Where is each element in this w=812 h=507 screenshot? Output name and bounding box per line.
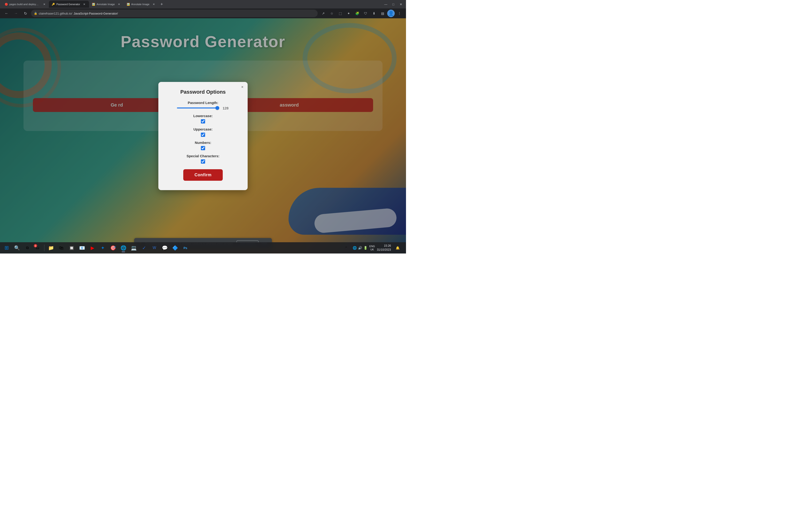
numbers-checkbox[interactable] xyxy=(201,146,205,150)
password-options-modal: × Password Options Password Length: 128 … xyxy=(158,82,248,190)
widgets-button[interactable]: 🗂 1 xyxy=(33,243,42,252)
taskbar-office[interactable]: 🔲 xyxy=(67,243,77,252)
window-controls: — □ ✕ xyxy=(383,1,404,7)
taskview-button[interactable]: ⧉ xyxy=(22,243,32,252)
language-indicator[interactable]: ENG UK xyxy=(369,244,375,251)
minimize-button[interactable]: — xyxy=(383,1,389,7)
lowercase-checkbox-wrapper xyxy=(170,119,236,123)
network-icon[interactable]: 🌐 xyxy=(353,246,357,250)
close-button[interactable]: ✕ xyxy=(398,1,404,7)
tab-password-generator[interactable]: 🔑 Password Generator ✕ xyxy=(49,1,89,8)
modal-title: Password Options xyxy=(170,89,236,95)
region-text: UK xyxy=(369,248,375,251)
tab4-close[interactable]: ✕ xyxy=(152,2,156,6)
download-icon[interactable]: ⬇ xyxy=(370,10,378,17)
profile-icon[interactable]: 👤 xyxy=(387,10,395,17)
taskbar-chrome[interactable]: 🌐 xyxy=(119,243,128,252)
length-label: Password Length: xyxy=(170,101,236,105)
sidebar-icon[interactable]: ▤ xyxy=(379,10,386,17)
taskbar-slack[interactable]: 💬 xyxy=(160,243,169,252)
lowercase-label: Lowercase: xyxy=(170,114,236,118)
tab1-title: pages build and deployment · C xyxy=(9,3,40,6)
tray-chevron[interactable]: ⌃ xyxy=(341,243,351,252)
widgets-badge: 1 xyxy=(34,244,37,247)
tab-pages-build[interactable]: 🔴 pages build and deployment · C ✕ xyxy=(2,1,49,8)
uppercase-option-group: Uppercase: xyxy=(170,127,236,137)
tab1-favicon: 🔴 xyxy=(5,3,8,6)
copilot-icon[interactable]: ✦ xyxy=(345,10,352,17)
start-button[interactable]: ⊞ xyxy=(2,243,11,252)
taskbar: ⊞ 🔍 ⧉ 🗂 1 📁 🛍 🔲 📧 ▶ ✦ 🎯 🌐 💻 ✓ W 💬 🔷 Ps ⌃… xyxy=(0,242,406,253)
back-button[interactable]: ← xyxy=(3,10,10,17)
special-checkbox-wrapper xyxy=(170,159,236,164)
special-option-group: Special Characters: xyxy=(170,154,236,164)
tab2-title: Password Generator xyxy=(56,3,80,6)
tab4-title: Annotate Image xyxy=(131,3,150,6)
toolbar-icons: ↗ ☆ ⬚ ✦ 🧩 🛡 ⬇ ▤ 👤 ⋮ xyxy=(319,10,403,17)
lowercase-checkbox[interactable] xyxy=(201,119,205,123)
tab2-favicon: 🔑 xyxy=(52,3,55,6)
clock-time: 15:26 xyxy=(377,244,391,248)
length-slider[interactable] xyxy=(177,108,219,108)
taskbar-word[interactable]: W xyxy=(150,243,159,252)
notification-button[interactable]: 🔔 xyxy=(393,243,402,252)
menu-icon[interactable]: ⋮ xyxy=(396,10,403,17)
refresh-button[interactable]: ↻ xyxy=(21,10,29,17)
share-icon[interactable]: ↗ xyxy=(319,10,327,17)
length-value: 128 xyxy=(222,106,229,110)
url-prefix: clairefraser121.github.io/ xyxy=(39,12,72,15)
url-path: JavaScript-Password-Generator/ xyxy=(73,12,118,15)
speaker-icon[interactable]: 🔊 xyxy=(358,246,362,250)
length-option-group: Password Length: 128 xyxy=(170,101,236,110)
confirm-button[interactable]: Confirm xyxy=(183,169,223,181)
battery-icon[interactable]: 🔋 xyxy=(363,246,367,250)
taskbar-app17[interactable]: 🔷 xyxy=(170,243,180,252)
slider-row: 128 xyxy=(170,106,236,110)
lowercase-option-group: Lowercase: xyxy=(170,114,236,123)
system-clock[interactable]: 15:26 31/10/2023 xyxy=(377,244,391,252)
adblock-icon[interactable]: 🛡 xyxy=(362,10,369,17)
address-field[interactable]: 🔒 clairefraser121.github.io/JavaScript-P… xyxy=(31,10,318,17)
special-checkbox[interactable] xyxy=(201,159,205,164)
tab3-title: Annotate Image xyxy=(97,3,115,6)
uppercase-checkbox[interactable] xyxy=(201,133,205,137)
tab3-favicon: 🖼️ xyxy=(92,3,95,6)
address-bar: ← → ↻ 🔒 clairefraser121.github.io/JavaSc… xyxy=(0,8,406,18)
search-taskbar-button[interactable]: 🔍 xyxy=(12,243,21,252)
special-label: Special Characters: xyxy=(170,154,236,158)
bookmark-icon[interactable]: ☆ xyxy=(328,10,336,17)
numbers-checkbox-wrapper xyxy=(170,146,236,150)
taskbar-app10[interactable]: 🎯 xyxy=(108,243,118,252)
tab3-close[interactable]: ✕ xyxy=(117,2,121,6)
tab1-close[interactable]: ✕ xyxy=(42,2,46,6)
tab2-close[interactable]: ✕ xyxy=(83,2,86,6)
tab4-favicon: 🖼️ xyxy=(126,3,130,6)
uppercase-checkbox-wrapper xyxy=(170,133,236,137)
tab-annotate-2[interactable]: 🖼️ Annotate Image ✕ xyxy=(124,1,159,8)
taskbar-copilot[interactable]: ✦ xyxy=(98,243,107,252)
tab-annotate-1[interactable]: 🖼️ Annotate Image ✕ xyxy=(89,1,124,8)
taskbar-photoshop[interactable]: Ps xyxy=(181,243,190,252)
forward-button[interactable]: → xyxy=(12,10,20,17)
maximize-button[interactable]: □ xyxy=(390,1,397,7)
numbers-label: Numbers: xyxy=(170,140,236,145)
clock-date: 31/10/2023 xyxy=(377,248,391,252)
lock-icon: 🔒 xyxy=(34,12,37,15)
modal-close-button[interactable]: × xyxy=(241,85,243,89)
uppercase-label: Uppercase: xyxy=(170,127,236,131)
screenshot-icon[interactable]: ⬚ xyxy=(337,10,344,17)
browser-chrome: 🔴 pages build and deployment · C ✕ 🔑 Pas… xyxy=(0,0,406,18)
lang-text: ENG xyxy=(369,244,375,248)
modal-overlay: × Password Options Password Length: 128 … xyxy=(0,18,406,253)
taskbar-explorer[interactable]: 📁 xyxy=(46,243,56,252)
taskbar-outlook[interactable]: 📧 xyxy=(77,243,87,252)
system-tray: ⌃ 🌐 🔊 🔋 ENG UK 15:26 31/10/2023 🔔 xyxy=(341,243,404,252)
taskbar-store[interactable]: 🛍 xyxy=(57,243,66,252)
numbers-option-group: Numbers: xyxy=(170,140,236,150)
tab-bar: 🔴 pages build and deployment · C ✕ 🔑 Pas… xyxy=(0,0,406,8)
taskbar-vscode[interactable]: 💻 xyxy=(129,243,138,252)
extensions-icon[interactable]: 🧩 xyxy=(353,10,361,17)
taskbar-youtube[interactable]: ▶ xyxy=(88,243,97,252)
taskbar-todo[interactable]: ✓ xyxy=(139,243,149,252)
new-tab-button[interactable]: + xyxy=(158,1,165,7)
